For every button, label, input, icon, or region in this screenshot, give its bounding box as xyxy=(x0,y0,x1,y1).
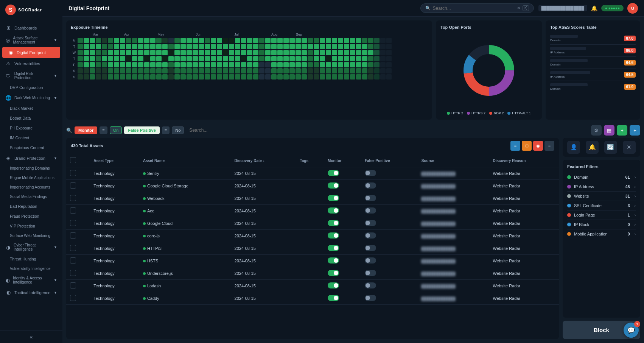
sidebar-item-botnet-data[interactable]: Botnet Data xyxy=(0,113,62,123)
row-monitor-0[interactable] xyxy=(324,167,361,180)
monitor-toggle[interactable] xyxy=(328,282,339,288)
notification-icon[interactable]: 🔔 xyxy=(591,5,597,11)
row-monitor-7[interactable] xyxy=(324,255,361,267)
monitor-filter-btn[interactable]: Monitor xyxy=(75,126,97,134)
sidebar-item-vulnerabilities[interactable]: ⚠ Vulnerabilities xyxy=(0,58,62,69)
row-checkbox[interactable] xyxy=(70,220,76,226)
sidebar-item-bad-reputation[interactable]: Bad Reputation xyxy=(0,201,62,211)
row-checkbox[interactable] xyxy=(70,182,76,189)
sidebar-item-threat-hunting[interactable]: Threat Hunting xyxy=(0,254,62,264)
fp-toggle[interactable] xyxy=(365,295,376,301)
filter-alert-btn[interactable]: 🔔 xyxy=(586,141,599,154)
row-monitor-10[interactable] xyxy=(324,292,361,305)
featured-filter-website[interactable]: Website 31 › xyxy=(567,192,636,201)
row-fp-2[interactable] xyxy=(361,192,418,205)
row-monitor-1[interactable] xyxy=(324,180,361,192)
filter-add-btn[interactable]: + xyxy=(617,125,627,136)
table-row[interactable]: Technology Webpack 2024-08-15 ██████████… xyxy=(66,192,559,205)
avatar[interactable]: U xyxy=(627,3,638,14)
row-fp-1[interactable] xyxy=(361,180,418,192)
sidebar-item-drp-config[interactable]: DRP Configuration xyxy=(0,83,62,92)
chat-widget[interactable]: 💬 1 xyxy=(624,323,639,338)
status-button[interactable]: ● ●●●●● xyxy=(601,5,624,11)
sidebar-item-fraud-protection[interactable]: Fraud Protection xyxy=(0,211,62,221)
row-checkbox-5[interactable] xyxy=(66,230,90,242)
row-checkbox-10[interactable] xyxy=(66,292,90,305)
filter-settings-btn[interactable]: ⚙ xyxy=(591,125,602,136)
row-fp-5[interactable] xyxy=(361,230,418,242)
search-input[interactable] xyxy=(433,6,515,11)
row-monitor-9[interactable] xyxy=(324,280,361,292)
table-row[interactable]: Technology Caddy 2024-08-15 ████████████… xyxy=(66,292,559,305)
sidebar-item-black-market[interactable]: Black Market xyxy=(0,103,62,113)
fp-toggle[interactable] xyxy=(365,245,376,251)
row-fp-7[interactable] xyxy=(361,255,418,267)
assets-table-scroll[interactable]: Asset Type Asset Name Discovery Date ↓ T… xyxy=(66,154,559,339)
featured-filter-ip-block[interactable]: IP Block 0 › xyxy=(567,220,636,229)
table-row[interactable]: Technology Google Cloud Storage 2024-08-… xyxy=(66,180,559,192)
row-monitor-3[interactable] xyxy=(324,205,361,217)
fp-toggle[interactable] xyxy=(365,207,376,214)
monitor-toggle[interactable] xyxy=(328,220,339,226)
row-fp-9[interactable] xyxy=(361,280,418,292)
table-row[interactable]: Technology Google Cloud 2024-08-15 █████… xyxy=(66,217,559,230)
row-checkbox-3[interactable] xyxy=(66,205,90,217)
view-map-btn[interactable]: ◉ xyxy=(533,141,543,151)
eq2-btn[interactable]: = xyxy=(162,126,170,134)
view-grid-btn[interactable]: ⊞ xyxy=(522,141,532,151)
table-row[interactable]: Technology Ace 2024-08-15 ██████████████… xyxy=(66,205,559,217)
row-checkbox-1[interactable] xyxy=(66,180,90,192)
sidebar-item-social-media[interactable]: Social Media Findings xyxy=(0,192,62,201)
on-btn[interactable]: On xyxy=(110,126,122,134)
row-checkbox-0[interactable] xyxy=(66,167,90,180)
featured-filter-domain[interactable]: Domain 61 › xyxy=(567,173,636,182)
row-checkbox[interactable] xyxy=(70,232,76,239)
table-row[interactable]: Technology Sentry 2024-08-15 ███████████… xyxy=(66,167,559,180)
sidebar-item-attack-surface[interactable]: ◎ Attack Surface Management ▼ xyxy=(0,33,62,47)
view-list-btn[interactable]: ≡ xyxy=(510,141,520,151)
fp-toggle[interactable] xyxy=(365,232,376,239)
row-checkbox-2[interactable] xyxy=(66,192,90,205)
row-checkbox[interactable] xyxy=(70,257,76,263)
monitor-toggle[interactable] xyxy=(328,207,339,214)
table-row[interactable]: Technology Lodash 2024-08-15 ███████████… xyxy=(66,280,559,292)
filter-close-btn[interactable]: ✕ xyxy=(623,141,636,154)
row-checkbox[interactable] xyxy=(70,207,76,214)
close-search-icon[interactable]: ✕ xyxy=(517,6,520,11)
sidebar-item-brand-protection[interactable]: ◈ Brand Protection ▼ xyxy=(0,153,62,164)
row-fp-3[interactable] xyxy=(361,205,418,217)
view-other-btn[interactable]: ≡ xyxy=(544,141,554,151)
sidebar-item-identity-access[interactable]: ◐ Identity & Access Intelligence ▼ xyxy=(0,273,62,287)
sidebar-item-suspicious[interactable]: Suspicious Content xyxy=(0,143,62,153)
featured-filter-ssl-certificate[interactable]: SSL Certificate 3 › xyxy=(567,201,636,210)
filter-user-btn[interactable]: 👤 xyxy=(567,141,580,154)
fp-toggle[interactable] xyxy=(365,195,376,201)
sidebar-item-impersonating-accounts[interactable]: Impersonating Accounts xyxy=(0,182,62,192)
sidebar-item-surface-web[interactable]: Surface Web Monitoring xyxy=(0,231,62,240)
row-fp-0[interactable] xyxy=(361,167,418,180)
featured-filter-ip-address[interactable]: IP Address 45 › xyxy=(567,182,636,192)
fp-toggle[interactable] xyxy=(365,170,376,176)
row-fp-4[interactable] xyxy=(361,217,418,230)
row-monitor-2[interactable] xyxy=(324,192,361,205)
row-fp-10[interactable] xyxy=(361,292,418,305)
fp-toggle[interactable] xyxy=(365,257,376,263)
fp-toggle[interactable] xyxy=(365,220,376,226)
row-fp-6[interactable] xyxy=(361,242,418,255)
sidebar-item-dark-web[interactable]: 🌐 Dark Web Monitoring ▼ xyxy=(0,92,62,103)
monitor-toggle[interactable] xyxy=(328,195,339,201)
table-row[interactable]: Technology HSTS 2024-08-15 █████████████… xyxy=(66,255,559,267)
filter-plus-btn[interactable]: + xyxy=(630,125,640,136)
row-monitor-4[interactable] xyxy=(324,217,361,230)
sidebar-item-digital-risk[interactable]: 🛡 Digital Risk Protection ▼ xyxy=(0,69,62,83)
row-fp-8[interactable] xyxy=(361,267,418,280)
table-row[interactable]: Technology HTTP/3 2024-08-15 ███████████… xyxy=(66,242,559,255)
row-monitor-5[interactable] xyxy=(324,230,361,242)
sidebar-item-vuln-intel[interactable]: Vulnerability Intelligence xyxy=(0,264,62,273)
table-row[interactable]: Technology core-js 2024-08-15 ██████████… xyxy=(66,230,559,242)
fp-toggle[interactable] xyxy=(365,270,376,276)
row-checkbox-8[interactable] xyxy=(66,267,90,280)
monitor-toggle[interactable] xyxy=(328,170,339,176)
sidebar-item-cyber-threat[interactable]: ◑ Cyber Threat Intelligence ▼ xyxy=(0,240,62,254)
sidebar-item-impersonating-domains[interactable]: Impersonating Domains xyxy=(0,164,62,173)
